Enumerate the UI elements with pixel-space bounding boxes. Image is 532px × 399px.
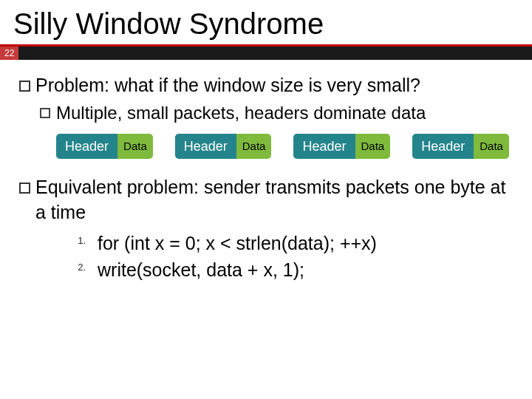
packet-header-label: Header: [175, 134, 236, 159]
code-line-2: write(socket, data + x, 1);: [64, 256, 516, 283]
packet-data-label: Data: [117, 134, 153, 159]
bullet-equivalent: Equivalent problem: sender transmits pac…: [16, 175, 516, 283]
packet-header-label: Header: [56, 134, 117, 159]
packet: Header Data: [175, 134, 272, 159]
packet-row: Header Data Header Data Header Data Head…: [35, 125, 516, 171]
bullet-equivalent-text: Equivalent problem: sender transmits pac…: [35, 177, 505, 222]
page-bar-fill: [18, 47, 532, 60]
packet-data-label: Data: [236, 134, 272, 159]
packet: Header Data: [412, 134, 509, 159]
packet: Header Data: [56, 134, 153, 159]
page-number-badge: 22: [0, 47, 18, 60]
slide-title: Silly Window Syndrome: [0, 0, 532, 44]
bullet-problem-text: Problem: what if the window size is very…: [35, 75, 420, 95]
packet: Header Data: [293, 134, 390, 159]
code-line-1: for (int x = 0; x < strlen(data); ++x): [64, 230, 516, 256]
slide-body: Problem: what if the window size is very…: [0, 60, 532, 283]
packet-data-label: Data: [474, 134, 509, 159]
slide: Silly Window Syndrome 22 Problem: what i…: [0, 0, 532, 399]
code-list: for (int x = 0; x < strlen(data); ++x) w…: [35, 230, 516, 284]
bullet-problem: Problem: what if the window size is very…: [16, 73, 516, 171]
packet-header-label: Header: [412, 134, 474, 159]
bullet-problem-sub: Multiple, small packets, headers dominat…: [35, 101, 516, 125]
packet-data-label: Data: [355, 134, 391, 159]
page-bar: 22: [0, 47, 532, 60]
packet-header-label: Header: [293, 134, 355, 159]
